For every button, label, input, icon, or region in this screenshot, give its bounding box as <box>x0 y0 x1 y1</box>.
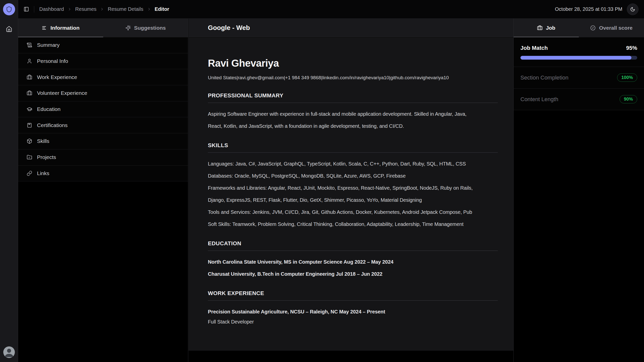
sidebar-item-label: Personal Info <box>37 58 68 64</box>
sidebar-item-education[interactable]: Education <box>18 101 188 117</box>
folder-dot-icon <box>27 154 32 160</box>
sidebar-item-label: Skills <box>37 138 49 144</box>
sidebar-item-label: Volunteer Experience <box>37 90 87 96</box>
section-divider <box>208 152 498 153</box>
job-match-block: Job Match 95% <box>514 37 644 67</box>
tab-job[interactable]: Job <box>514 19 579 37</box>
sidebar-item-skills[interactable]: Skills <box>18 133 188 149</box>
resume-contact-line: United States|ravi.ghev@gmail.com|+1 984… <box>208 75 498 81</box>
section-heading: PROFESSIONAL SUMMARY <box>208 92 498 99</box>
resume-section-skills: SKILLS Languages: Java, C#, JavaScript, … <box>208 142 498 228</box>
section-divider <box>208 300 498 301</box>
panel-left-icon <box>24 7 29 12</box>
resume-section-work-experience: WORK EXPERIENCE Precision Sustainable Ag… <box>208 290 498 326</box>
briefcase-icon <box>27 90 32 96</box>
work-entry-company: Precision Sustainable Agriculture, NCSU … <box>208 307 498 316</box>
chevron-right-icon <box>67 7 72 11</box>
sidebar-item-label: Education <box>37 106 60 112</box>
briefcase-icon <box>27 74 32 80</box>
job-score-panel: Job Overall score Job Match 95% Section … <box>513 19 644 362</box>
current-datetime: October 28, 2025 at 01:33 PM <box>555 6 622 12</box>
resume-preview-panel: Google - Web Ravi Ghevariya United State… <box>188 19 513 362</box>
skills-frameworks-continued: Django, ExpressJS, REST, Flask, Flutter,… <box>208 196 498 204</box>
moon-icon <box>630 7 635 12</box>
resume-editor-app: Dashboard Resumes Resume Details Editor … <box>0 0 644 362</box>
chevron-right-icon <box>147 7 151 11</box>
tab-suggestions[interactable]: Suggestions <box>103 19 188 37</box>
home-button[interactable] <box>6 26 12 32</box>
work-entry-role: Full Stack Developer <box>208 317 498 326</box>
section-nav-list: Summary Personal Info Work Experience Vo… <box>18 37 188 181</box>
metric-section-completion: Section Completion 100% <box>514 67 644 89</box>
sidebar-tabbar: Information Suggestions <box>18 19 188 37</box>
app-logo[interactable] <box>3 3 15 15</box>
sidebar-item-certifications[interactable]: Certifications <box>18 117 188 133</box>
sidebar-item-label: Summary <box>37 42 60 48</box>
top-bar: Dashboard Resumes Resume Details Editor … <box>18 0 644 19</box>
home-icon <box>6 26 12 32</box>
education-entry: Charusat University, B.Tech in Computer … <box>208 270 498 278</box>
tab-label: Suggestions <box>134 25 166 31</box>
skills-tools: Tools and Services: Jenkins, JVM, CI/CD,… <box>208 208 498 216</box>
sidebar-item-label: Certifications <box>37 122 67 128</box>
job-match-label: Job Match <box>520 45 548 51</box>
text-lines-icon <box>42 25 47 31</box>
link-icon <box>27 171 32 176</box>
resume-title: Google - Web <box>208 24 250 32</box>
skills-languages: Languages: Java, C#, JavaScript, GraphQL… <box>208 159 498 168</box>
sparkles-icon <box>125 25 131 31</box>
skills-soft: Soft Skills: Teamwork, Problem Solving, … <box>208 220 498 228</box>
resume-section-professional-summary: PROFESSIONAL SUMMARY Aspiring Software E… <box>208 92 498 130</box>
tab-overall-score[interactable]: Overall score <box>579 19 644 37</box>
sidebar-item-volunteer-experience[interactable]: Volunteer Experience <box>18 85 188 101</box>
resume-name: Ravi Ghevariya <box>208 58 498 69</box>
sidebar-item-label: Work Experience <box>37 74 77 80</box>
sidebar-item-label: Projects <box>37 154 56 160</box>
education-entry: North Carolina State University, MS in C… <box>208 258 498 266</box>
resume-document[interactable]: Ravi Ghevariya United States|ravi.ghev@g… <box>188 37 513 351</box>
breadcrumb-resume-details[interactable]: Resume Details <box>108 6 143 12</box>
breadcrumb-editor: Editor <box>155 6 169 12</box>
metric-badge: 100% <box>617 73 637 82</box>
topbar-divider <box>34 6 34 13</box>
job-match-progress-fill <box>520 56 631 60</box>
metric-badge: 90% <box>620 95 637 103</box>
skills-frameworks: Frameworks and Libraries: Angular, React… <box>208 184 498 192</box>
job-match-value: 95% <box>626 45 637 51</box>
resume-header: Google - Web <box>188 19 513 37</box>
metric-label: Content Length <box>520 96 558 103</box>
scroll-text-icon <box>27 42 32 48</box>
section-heading: WORK EXPERIENCE <box>208 290 498 297</box>
section-heading: EDUCATION <box>208 240 498 247</box>
badge-check-icon <box>590 25 596 31</box>
box-icon <box>27 138 32 144</box>
tab-label: Overall score <box>599 25 632 31</box>
theme-toggle-button[interactable] <box>627 4 638 15</box>
sidebar-item-summary[interactable]: Summary <box>18 37 188 53</box>
sidebar-item-personal-info[interactable]: Personal Info <box>18 53 188 69</box>
breadcrumb-resumes[interactable]: Resumes <box>75 6 96 12</box>
shield-icon <box>6 6 12 13</box>
section-divider <box>208 103 498 103</box>
left-rail <box>0 0 18 362</box>
skills-databases: Databases: Oracle, MySQL, PostgreSQL, Mo… <box>208 172 498 180</box>
tab-label: Job <box>546 25 555 31</box>
metric-content-length: Content Length 90% <box>514 89 644 110</box>
tab-label: Information <box>51 25 80 31</box>
breadcrumb-dashboard[interactable]: Dashboard <box>39 6 64 12</box>
sidebar-toggle-button[interactable] <box>24 7 29 12</box>
summary-paragraph: React, Kotlin, and JavaScript, with a fo… <box>208 122 498 130</box>
sidebar-item-work-experience[interactable]: Work Experience <box>18 69 188 85</box>
sidebar-item-projects[interactable]: Projects <box>18 149 188 166</box>
tab-information[interactable]: Information <box>18 19 103 37</box>
sidebar-item-links[interactable]: Links <box>18 166 188 182</box>
breadcrumb: Dashboard Resumes Resume Details Editor <box>39 6 169 12</box>
sidebar-item-label: Links <box>37 170 49 176</box>
resume-section-education: EDUCATION North Carolina State Universit… <box>208 240 498 278</box>
jobpanel-tabbar: Job Overall score <box>514 19 644 37</box>
user-icon <box>27 58 32 64</box>
information-sidebar: Information Suggestions Summary Personal… <box>18 19 188 362</box>
section-heading: SKILLS <box>208 142 498 149</box>
graduation-cap-icon <box>27 106 32 112</box>
user-avatar[interactable] <box>3 346 15 358</box>
